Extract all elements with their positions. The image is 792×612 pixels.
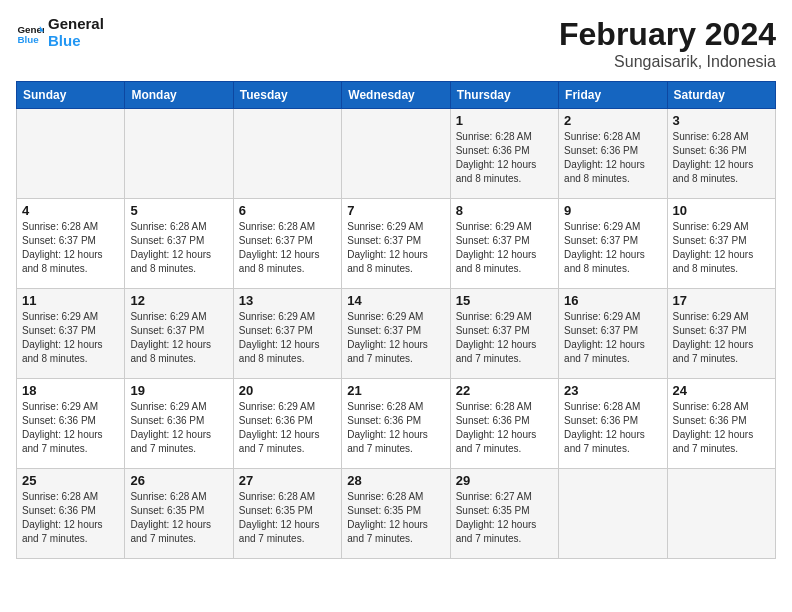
month-year: February 2024 bbox=[559, 16, 776, 53]
day-info: Sunrise: 6:28 AM Sunset: 6:36 PM Dayligh… bbox=[22, 490, 119, 546]
day-number: 2 bbox=[564, 113, 661, 128]
day-number: 23 bbox=[564, 383, 661, 398]
day-number: 14 bbox=[347, 293, 444, 308]
calendar-cell: 4Sunrise: 6:28 AM Sunset: 6:37 PM Daylig… bbox=[17, 199, 125, 289]
calendar-cell: 16Sunrise: 6:29 AM Sunset: 6:37 PM Dayli… bbox=[559, 289, 667, 379]
calendar-cell: 12Sunrise: 6:29 AM Sunset: 6:37 PM Dayli… bbox=[125, 289, 233, 379]
calendar-cell: 23Sunrise: 6:28 AM Sunset: 6:36 PM Dayli… bbox=[559, 379, 667, 469]
day-info: Sunrise: 6:28 AM Sunset: 6:36 PM Dayligh… bbox=[673, 130, 770, 186]
calendar-cell: 22Sunrise: 6:28 AM Sunset: 6:36 PM Dayli… bbox=[450, 379, 558, 469]
day-info: Sunrise: 6:29 AM Sunset: 6:36 PM Dayligh… bbox=[130, 400, 227, 456]
header-saturday: Saturday bbox=[667, 82, 775, 109]
day-number: 10 bbox=[673, 203, 770, 218]
calendar-cell: 6Sunrise: 6:28 AM Sunset: 6:37 PM Daylig… bbox=[233, 199, 341, 289]
calendar-cell: 15Sunrise: 6:29 AM Sunset: 6:37 PM Dayli… bbox=[450, 289, 558, 379]
day-info: Sunrise: 6:28 AM Sunset: 6:35 PM Dayligh… bbox=[347, 490, 444, 546]
calendar-cell: 9Sunrise: 6:29 AM Sunset: 6:37 PM Daylig… bbox=[559, 199, 667, 289]
day-info: Sunrise: 6:29 AM Sunset: 6:37 PM Dayligh… bbox=[22, 310, 119, 366]
calendar-cell bbox=[17, 109, 125, 199]
calendar-cell: 19Sunrise: 6:29 AM Sunset: 6:36 PM Dayli… bbox=[125, 379, 233, 469]
day-number: 5 bbox=[130, 203, 227, 218]
title-block: February 2024 Sungaisarik, Indonesia bbox=[559, 16, 776, 71]
day-number: 26 bbox=[130, 473, 227, 488]
day-info: Sunrise: 6:28 AM Sunset: 6:36 PM Dayligh… bbox=[564, 130, 661, 186]
day-number: 29 bbox=[456, 473, 553, 488]
day-info: Sunrise: 6:29 AM Sunset: 6:37 PM Dayligh… bbox=[673, 220, 770, 276]
day-info: Sunrise: 6:28 AM Sunset: 6:37 PM Dayligh… bbox=[130, 220, 227, 276]
page-header: General Blue General Blue February 2024 … bbox=[16, 16, 776, 71]
calendar-cell bbox=[233, 109, 341, 199]
day-number: 6 bbox=[239, 203, 336, 218]
day-info: Sunrise: 6:28 AM Sunset: 6:35 PM Dayligh… bbox=[239, 490, 336, 546]
week-row-0: 1Sunrise: 6:28 AM Sunset: 6:36 PM Daylig… bbox=[17, 109, 776, 199]
day-info: Sunrise: 6:28 AM Sunset: 6:37 PM Dayligh… bbox=[22, 220, 119, 276]
week-row-3: 18Sunrise: 6:29 AM Sunset: 6:36 PM Dayli… bbox=[17, 379, 776, 469]
day-info: Sunrise: 6:29 AM Sunset: 6:37 PM Dayligh… bbox=[564, 220, 661, 276]
day-info: Sunrise: 6:28 AM Sunset: 6:36 PM Dayligh… bbox=[456, 400, 553, 456]
day-info: Sunrise: 6:28 AM Sunset: 6:36 PM Dayligh… bbox=[673, 400, 770, 456]
day-number: 17 bbox=[673, 293, 770, 308]
header-monday: Monday bbox=[125, 82, 233, 109]
day-number: 19 bbox=[130, 383, 227, 398]
day-info: Sunrise: 6:29 AM Sunset: 6:36 PM Dayligh… bbox=[239, 400, 336, 456]
day-info: Sunrise: 6:28 AM Sunset: 6:36 PM Dayligh… bbox=[456, 130, 553, 186]
day-number: 13 bbox=[239, 293, 336, 308]
day-info: Sunrise: 6:29 AM Sunset: 6:37 PM Dayligh… bbox=[564, 310, 661, 366]
day-info: Sunrise: 6:29 AM Sunset: 6:37 PM Dayligh… bbox=[456, 310, 553, 366]
week-row-4: 25Sunrise: 6:28 AM Sunset: 6:36 PM Dayli… bbox=[17, 469, 776, 559]
logo-blue: Blue bbox=[48, 33, 104, 50]
day-number: 22 bbox=[456, 383, 553, 398]
week-row-2: 11Sunrise: 6:29 AM Sunset: 6:37 PM Dayli… bbox=[17, 289, 776, 379]
calendar-cell: 7Sunrise: 6:29 AM Sunset: 6:37 PM Daylig… bbox=[342, 199, 450, 289]
calendar-cell: 2Sunrise: 6:28 AM Sunset: 6:36 PM Daylig… bbox=[559, 109, 667, 199]
calendar-cell: 18Sunrise: 6:29 AM Sunset: 6:36 PM Dayli… bbox=[17, 379, 125, 469]
logo-general: General bbox=[48, 16, 104, 33]
day-number: 7 bbox=[347, 203, 444, 218]
day-number: 18 bbox=[22, 383, 119, 398]
calendar-table: SundayMondayTuesdayWednesdayThursdayFrid… bbox=[16, 81, 776, 559]
day-info: Sunrise: 6:27 AM Sunset: 6:35 PM Dayligh… bbox=[456, 490, 553, 546]
calendar-cell: 8Sunrise: 6:29 AM Sunset: 6:37 PM Daylig… bbox=[450, 199, 558, 289]
header-wednesday: Wednesday bbox=[342, 82, 450, 109]
calendar-cell bbox=[125, 109, 233, 199]
day-number: 21 bbox=[347, 383, 444, 398]
day-number: 24 bbox=[673, 383, 770, 398]
day-info: Sunrise: 6:29 AM Sunset: 6:37 PM Dayligh… bbox=[239, 310, 336, 366]
day-number: 1 bbox=[456, 113, 553, 128]
calendar-cell: 5Sunrise: 6:28 AM Sunset: 6:37 PM Daylig… bbox=[125, 199, 233, 289]
day-number: 3 bbox=[673, 113, 770, 128]
location: Sungaisarik, Indonesia bbox=[559, 53, 776, 71]
day-number: 16 bbox=[564, 293, 661, 308]
calendar-cell: 14Sunrise: 6:29 AM Sunset: 6:37 PM Dayli… bbox=[342, 289, 450, 379]
calendar-cell: 17Sunrise: 6:29 AM Sunset: 6:37 PM Dayli… bbox=[667, 289, 775, 379]
day-number: 28 bbox=[347, 473, 444, 488]
day-info: Sunrise: 6:28 AM Sunset: 6:37 PM Dayligh… bbox=[239, 220, 336, 276]
calendar-cell bbox=[559, 469, 667, 559]
day-number: 4 bbox=[22, 203, 119, 218]
calendar-cell: 10Sunrise: 6:29 AM Sunset: 6:37 PM Dayli… bbox=[667, 199, 775, 289]
header-thursday: Thursday bbox=[450, 82, 558, 109]
calendar-cell: 26Sunrise: 6:28 AM Sunset: 6:35 PM Dayli… bbox=[125, 469, 233, 559]
logo: General Blue General Blue bbox=[16, 16, 104, 49]
calendar-cell bbox=[667, 469, 775, 559]
calendar-cell: 28Sunrise: 6:28 AM Sunset: 6:35 PM Dayli… bbox=[342, 469, 450, 559]
calendar-cell: 21Sunrise: 6:28 AM Sunset: 6:36 PM Dayli… bbox=[342, 379, 450, 469]
calendar-cell: 27Sunrise: 6:28 AM Sunset: 6:35 PM Dayli… bbox=[233, 469, 341, 559]
header-tuesday: Tuesday bbox=[233, 82, 341, 109]
day-number: 15 bbox=[456, 293, 553, 308]
calendar-cell: 25Sunrise: 6:28 AM Sunset: 6:36 PM Dayli… bbox=[17, 469, 125, 559]
day-number: 12 bbox=[130, 293, 227, 308]
week-row-1: 4Sunrise: 6:28 AM Sunset: 6:37 PM Daylig… bbox=[17, 199, 776, 289]
day-info: Sunrise: 6:29 AM Sunset: 6:37 PM Dayligh… bbox=[456, 220, 553, 276]
day-info: Sunrise: 6:29 AM Sunset: 6:36 PM Dayligh… bbox=[22, 400, 119, 456]
day-info: Sunrise: 6:29 AM Sunset: 6:37 PM Dayligh… bbox=[347, 220, 444, 276]
header-friday: Friday bbox=[559, 82, 667, 109]
calendar-cell: 29Sunrise: 6:27 AM Sunset: 6:35 PM Dayli… bbox=[450, 469, 558, 559]
day-info: Sunrise: 6:29 AM Sunset: 6:37 PM Dayligh… bbox=[673, 310, 770, 366]
header-row: SundayMondayTuesdayWednesdayThursdayFrid… bbox=[17, 82, 776, 109]
day-info: Sunrise: 6:28 AM Sunset: 6:36 PM Dayligh… bbox=[347, 400, 444, 456]
calendar-cell: 20Sunrise: 6:29 AM Sunset: 6:36 PM Dayli… bbox=[233, 379, 341, 469]
day-info: Sunrise: 6:28 AM Sunset: 6:36 PM Dayligh… bbox=[564, 400, 661, 456]
calendar-cell: 3Sunrise: 6:28 AM Sunset: 6:36 PM Daylig… bbox=[667, 109, 775, 199]
day-number: 11 bbox=[22, 293, 119, 308]
